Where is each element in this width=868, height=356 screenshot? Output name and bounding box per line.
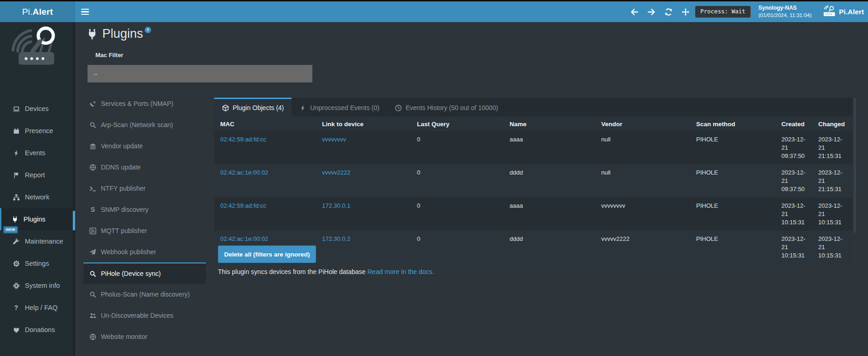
mac-link[interactable]: 02:42:ac:1e:00:02 [220,235,268,242]
footer-note-text: This plugin syncs devices from the PiHol… [218,268,366,275]
column-header-name[interactable]: Name [504,117,595,131]
sidebar-item-help-faq[interactable]: ?Help / FAQ [0,297,75,319]
sidebar-item-presence[interactable]: Presence [0,120,75,142]
plugin-item-label: Website monitor [101,333,147,340]
column-header-changed[interactable]: Changed [812,117,852,131]
tab-plugin-objects-4[interactable]: Plugin Objects (4) [214,98,292,117]
heart-icon [12,327,20,333]
plugin-item-pihole-device-sync[interactable]: PiHole (Device sync) [83,263,206,284]
plug-icon [86,28,98,40]
host-timestamp: (01/01/2024, 11:31:04) [758,12,812,19]
plugin-item-label: Un-Discoverable Devices [101,312,173,319]
cell-vendor: vvvvvvvv [595,198,690,231]
delete-all-button[interactable]: Delete all (filters are ignored) [218,245,316,263]
mac-link[interactable]: 02:42:59:ad:fd:cc [220,136,266,143]
sidebar-item-settings[interactable]: Settings [0,252,75,274]
wrench-icon [12,238,20,245]
tab-events-history-50-out-of-10000[interactable]: Events History (50 out of 10000) [387,98,506,117]
sidebar-item-maintenance[interactable]: MaintenanceNEW [0,230,75,252]
globe-icon [89,164,97,171]
mac-link[interactable]: 02:42:59:ad:fd:cc [220,202,266,209]
plugin-item-label: Services & Ports (NMAP) [101,100,173,107]
refresh-button[interactable] [660,1,677,22]
plugin-list: Services & Ports (NMAP)Arp-Scan (Network… [83,93,206,347]
cell-scan-method: PIHOLE [690,131,775,164]
tab-label: Unprocessed Events (0) [310,104,379,111]
plugin-item-vendor-update[interactable]: Vendor update [83,135,206,157]
sidebar-item-network[interactable]: Network [0,186,75,208]
column-header-mac[interactable]: MAC [214,117,316,131]
plugin-item-label: PiHole (Device sync) [101,270,161,277]
cell-last-query: 0 [411,231,504,264]
clock-icon [395,105,402,111]
device-link[interactable]: vvvvvvvv [322,136,346,143]
cell-scan-method: PIHOLE [690,198,775,231]
sidebar-item-devices[interactable]: Devices [0,98,75,120]
plugin-item-website-monitor[interactable]: Website monitor [83,326,206,347]
column-header-last-query[interactable]: Last Query [411,117,504,131]
new-badge: NEW [3,226,18,233]
plugin-item-label: SNMP discovery [101,206,148,213]
help-badge[interactable]: ? [145,27,151,33]
sidebar-router-logo [7,24,65,76]
forward-button[interactable] [643,1,660,22]
sidebar-item-system-info[interactable]: System info [0,274,75,297]
cell-mac: 02:42:ac:1e:00:02 [214,164,316,198]
column-header-scan-method[interactable]: Scan method [690,117,775,131]
cell-last-query: 0 [411,131,504,164]
sitemap-icon [12,194,20,201]
sidebar-menu: DevicesPresenceEventsReportNetworkPlugin… [0,98,75,341]
plugin-item-label: NTFY publisher [101,185,146,192]
plugin-item-pholus-scan-name-discovery[interactable]: Pholus-Scan (Name discovery) [83,284,206,305]
plugin-item-mqtt-publisher[interactable]: MQTT publisher [83,220,206,241]
plugin-item-label: DDNS update [101,163,141,171]
plugin-item-un-discoverable-devices[interactable]: Un-Discoverable Devices [83,305,206,326]
plugin-item-ddns-update[interactable]: DDNS update [83,157,206,178]
mac-link[interactable]: 02:42:ac:1e:00:02 [220,169,268,176]
cell-name: aaaa [504,131,595,164]
device-link[interactable]: 172.30.0.1 [322,202,350,209]
device-link[interactable]: 172.30.0.2 [322,235,350,242]
cell-vendor: vvvvv2222 [595,231,690,264]
cell-vendor: null [595,164,690,198]
sidebar-item-donations[interactable]: Donations [0,319,75,341]
cell-name: aaaa [504,198,595,231]
device-link[interactable]: vvvvv2222 [322,169,350,176]
plugin-item-ntfy-publisher[interactable]: NTFY publisher [83,178,206,199]
pialert-app: Pi.Alert Process: Wait Synology-NAS (01/… [0,0,868,356]
cell-last-query: 0 [411,198,504,231]
sidebar-item-report[interactable]: Report [0,164,75,186]
column-header-created[interactable]: Created [775,117,812,131]
brand-name: Alert [33,7,53,17]
sidebar-item-label: System info [25,282,60,289]
tab-unprocessed-events-0[interactable]: Unprocessed Events (0) [292,98,387,117]
plugin-item-label: Webhook publisher [101,248,156,256]
sidebar-item-label: Plugins [23,216,46,223]
plugin-item-services-ports-nmap[interactable]: Services & Ports (NMAP) [83,93,206,114]
brand-prefix: Pi. [22,7,33,17]
cell-link: vvvvvvvv [316,131,411,164]
docs-link[interactable]: Read more in the docs. [368,268,434,275]
move-button[interactable] [677,1,694,22]
plugin-item-label: Arp-Scan (Network scan) [101,121,173,128]
sidebar-toggle-button[interactable] [81,1,97,22]
paper-plane-icon [89,249,97,256]
content-scrollbar[interactable] [854,98,856,233]
page-title-text: Plugins [102,26,143,41]
hidden-devices-icon [89,312,97,319]
column-header-vendor[interactable]: Vendor [595,117,690,131]
plugin-item-label: Vendor update [101,142,143,150]
back-button[interactable] [626,1,643,22]
cell-changed: 2023-12-21 10:15:31 [812,231,852,264]
brand-logo[interactable]: Pi.Alert [0,1,75,22]
question-icon: ? [12,304,20,311]
plugin-item-snmp-discovery[interactable]: SSNMP discovery [83,199,206,220]
sidebar-item-events[interactable]: Events [0,142,75,164]
rss-icon [89,228,97,234]
plugin-item-webhook-publisher[interactable]: Webhook publisher [83,241,206,263]
mac-filter-input[interactable]: -- [88,65,312,82]
cell-changed: 2023-12-21 10:15:31 [812,198,852,231]
plugin-item-arp-scan-network-scan[interactable]: Arp-Scan (Network scan) [83,114,206,135]
footer-note: This plugin syncs devices from the PiHol… [218,268,434,275]
column-header-link-to-device[interactable]: Link to device [316,117,411,131]
